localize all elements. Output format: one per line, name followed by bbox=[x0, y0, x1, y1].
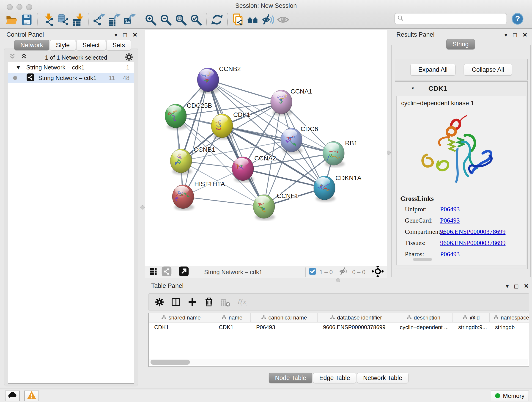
import-network-button[interactable] bbox=[40, 12, 56, 27]
open-folder-button[interactable] bbox=[4, 12, 19, 27]
network-node-ccna2[interactable] bbox=[232, 157, 254, 181]
network-node-cdkn1a[interactable] bbox=[314, 176, 335, 200]
tab-style[interactable]: Style bbox=[50, 40, 76, 51]
network-edge bbox=[208, 80, 281, 102]
collapse-all-networks-icon[interactable] bbox=[8, 53, 17, 62]
hide-eye-button[interactable] bbox=[261, 12, 276, 27]
tree-caret-icon[interactable]: ▼ bbox=[15, 64, 21, 71]
left-divider-handle[interactable] bbox=[140, 205, 145, 210]
column-type-icon bbox=[261, 315, 266, 320]
zoom-fit-button[interactable] bbox=[173, 12, 188, 27]
table-cell[interactable]: CDK1 bbox=[149, 322, 213, 332]
crosslink-link[interactable]: P06493 bbox=[440, 206, 460, 213]
collapse-results-icon[interactable]: ▾ bbox=[505, 32, 507, 38]
network-node-ccne1[interactable] bbox=[253, 195, 275, 218]
crosslink-link[interactable]: 9606.ENSP00000378699 bbox=[440, 228, 505, 235]
zoom-in-button[interactable] bbox=[143, 12, 158, 27]
export-image-button[interactable] bbox=[122, 12, 137, 27]
float-results-icon[interactable]: ◻ bbox=[513, 32, 518, 38]
network-canvas[interactable]: CCNB2CCNA1CDC25BCDK1CDC6RB1CCNB1CCNA2CDK… bbox=[145, 30, 387, 266]
crosslink-link[interactable]: 9606.ENSP00000378699 bbox=[440, 239, 505, 247]
zoom-out-button[interactable] bbox=[158, 12, 173, 27]
search-input[interactable] bbox=[404, 14, 507, 23]
column-header-name[interactable]: name bbox=[213, 313, 251, 322]
table-hscroll-thumb[interactable] bbox=[151, 360, 190, 365]
network-graph[interactable]: CCNB2CCNA1CDC25BCDK1CDC6RB1CCNB1CCNA2CDK… bbox=[145, 30, 387, 266]
network-node-ccnb2[interactable] bbox=[197, 68, 219, 92]
close-panel-icon[interactable]: ✕ bbox=[133, 32, 138, 38]
delete-column-button[interactable] bbox=[203, 296, 215, 308]
table-options-gear-button[interactable] bbox=[154, 296, 165, 308]
gene-caret-icon[interactable]: ▼ bbox=[411, 86, 415, 90]
table-cell[interactable]: stringdb:9... bbox=[453, 322, 490, 332]
selected-checkbox-icon[interactable] bbox=[309, 268, 316, 277]
table-panel-title: Table Panel bbox=[151, 282, 184, 289]
birdseye-view-icon[interactable] bbox=[372, 266, 384, 279]
save-button[interactable] bbox=[19, 12, 34, 27]
float-panel-icon[interactable]: ◻ bbox=[123, 32, 128, 38]
table-cell[interactable]: P06493 bbox=[251, 322, 317, 332]
collapse-table-icon[interactable]: ▾ bbox=[506, 283, 509, 289]
export-table-button[interactable] bbox=[107, 12, 122, 27]
column-header-canonical-name[interactable]: canonical name bbox=[251, 313, 317, 322]
table-cell[interactable]: cyclin–dependent ... bbox=[394, 322, 453, 332]
node-label-cdk1: CDK1 bbox=[233, 111, 250, 118]
tab-network-table[interactable]: Network Table bbox=[357, 373, 409, 383]
crosslink-link[interactable]: P06493 bbox=[440, 217, 460, 224]
results-scroll-nub[interactable] bbox=[413, 258, 432, 261]
column-header-namespace[interactable]: namespace bbox=[490, 313, 529, 322]
expand-all-networks-icon[interactable] bbox=[20, 53, 28, 62]
eye-button[interactable] bbox=[276, 12, 291, 27]
warnings-button[interactable] bbox=[24, 390, 39, 401]
network-node-ccnb1[interactable] bbox=[170, 149, 192, 173]
homes-button[interactable] bbox=[246, 12, 261, 27]
expand-all-button[interactable]: Expand All bbox=[410, 64, 456, 76]
network-node-cdc25b[interactable] bbox=[165, 104, 186, 128]
crosslink-link[interactable]: P06493 bbox=[440, 250, 460, 258]
column-header-description[interactable]: description bbox=[394, 313, 453, 322]
memory-button[interactable]: Memory bbox=[491, 390, 529, 401]
tab-network[interactable]: Network bbox=[14, 40, 49, 51]
network-node-cdc6[interactable] bbox=[281, 128, 302, 152]
column-header-database-identifier[interactable]: database identifier bbox=[317, 313, 394, 322]
tab-string[interactable]: String bbox=[446, 39, 475, 50]
network-collection-row[interactable]: ▼ String Network – cdk1 1 bbox=[8, 62, 134, 73]
close-results-icon[interactable]: ✕ bbox=[522, 32, 527, 38]
table-cell[interactable]: stringdb bbox=[490, 322, 529, 332]
table-row[interactable]: CDK1CDK1P064939606.ENSP00000378699cyclin… bbox=[149, 322, 529, 332]
import-database-button[interactable] bbox=[56, 12, 70, 27]
tab-edge-table[interactable]: Edge Table bbox=[313, 373, 356, 383]
refresh-button[interactable] bbox=[209, 12, 225, 27]
collapse-panel-icon[interactable]: ▾ bbox=[114, 32, 118, 38]
zoom-selected-button[interactable] bbox=[188, 12, 203, 27]
column-header--id[interactable]: @id bbox=[453, 313, 490, 322]
gene-section-header[interactable]: ▼ CDK1 bbox=[395, 82, 527, 95]
export-network-button[interactable] bbox=[92, 12, 107, 27]
column-header-shared-name[interactable]: shared name bbox=[149, 313, 213, 322]
network-node-ccna1[interactable] bbox=[271, 90, 292, 114]
float-table-icon[interactable]: ◻ bbox=[514, 283, 519, 289]
network-node-hist1h1a[interactable] bbox=[172, 185, 194, 209]
network-edge bbox=[243, 169, 324, 188]
table-cell[interactable]: 9606.ENSP00000378699 bbox=[317, 322, 394, 332]
network-row[interactable]: String Network – cdk1 11 48 bbox=[8, 73, 134, 83]
network-node-rb1[interactable] bbox=[323, 141, 344, 165]
copy-network-button[interactable] bbox=[230, 12, 246, 27]
help-button[interactable]: ? bbox=[511, 13, 524, 25]
network-node-cdk1[interactable] bbox=[211, 114, 233, 138]
network-collection-label: String Network – cdk1 bbox=[26, 64, 85, 71]
import-table-button[interactable] bbox=[70, 12, 86, 27]
tab-select[interactable]: Select bbox=[76, 40, 106, 51]
crosslink-row: Tissues: 9606.ENSP00000378699 bbox=[400, 239, 505, 247]
show-columns-button[interactable] bbox=[170, 296, 182, 308]
table-cell[interactable]: CDK1 bbox=[213, 322, 251, 332]
grid-view-icon[interactable] bbox=[148, 266, 158, 278]
network-options-gear-icon[interactable] bbox=[124, 52, 134, 63]
collapse-all-button[interactable]: Collapse All bbox=[464, 64, 512, 76]
tab-sets[interactable]: Sets bbox=[106, 40, 131, 51]
cloud-button[interactable] bbox=[5, 390, 20, 401]
open-in-window-icon[interactable] bbox=[178, 266, 189, 278]
close-table-icon[interactable]: ✕ bbox=[524, 283, 529, 289]
add-column-button[interactable] bbox=[187, 296, 198, 308]
tab-node-table[interactable]: Node Table bbox=[269, 373, 312, 383]
